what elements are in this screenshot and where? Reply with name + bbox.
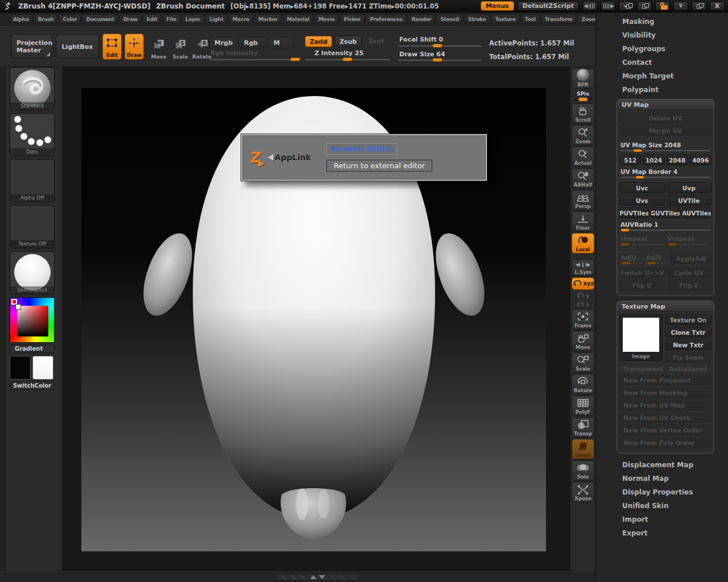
clone-txtr-button[interactable]: Clone Txtr (665, 327, 712, 338)
menu-stroke[interactable]: Stroke (464, 14, 490, 24)
uv-map-border-handle[interactable] (635, 176, 644, 179)
color-picker[interactable] (10, 297, 55, 343)
shelf-xyz-button[interactable]: xyz (572, 277, 594, 290)
tool-section-polygroups[interactable]: Polygroups (596, 42, 728, 56)
draw-mode-button[interactable]: Draw (125, 34, 144, 60)
z-intensity-slider[interactable] (305, 59, 390, 60)
new-from-poly-order-button[interactable]: New From Poly Order (619, 437, 712, 448)
menu-macro[interactable]: Macro (229, 14, 254, 24)
shelf-scroll-button[interactable]: Scroll (572, 103, 594, 124)
menu-color[interactable]: Color (59, 14, 81, 24)
menu-marker[interactable]: Marker (254, 14, 282, 24)
shelf-scroll-right-button[interactable]: ▶ (601, 1, 615, 11)
spix-handle[interactable] (578, 98, 588, 101)
menus-button[interactable]: Menus (481, 1, 514, 11)
uv-size-1024-button[interactable]: 1024 (643, 155, 664, 165)
left-tray-divider[interactable] (0, 67, 7, 571)
texture-on-button[interactable]: Texture On (665, 314, 712, 325)
tool-section-displacement-map[interactable]: Displacement Map (596, 458, 728, 472)
tool-section-display-properties[interactable]: Display Properties (596, 485, 728, 499)
texture-image-thumbnail[interactable]: Image (619, 314, 663, 361)
menu-edit[interactable]: Edit (143, 14, 162, 24)
shelf-move-button[interactable]: Move (572, 331, 594, 351)
menu-picker[interactable]: Picker (340, 14, 365, 24)
alpha-selector-button[interactable]: Alpha Off (10, 159, 55, 202)
puvtiles-button[interactable]: PUVTiles (619, 207, 649, 218)
shelf-frame-button[interactable]: Frame (572, 309, 594, 330)
shelf-zoom-button[interactable]: Zoom (572, 125, 594, 146)
flip-v-button[interactable]: Flip V (667, 280, 712, 290)
adju-handle[interactable] (622, 261, 631, 265)
material-selector-button[interactable]: SkinShade4 (10, 251, 55, 294)
shelf-rotate-button[interactable]: Rotate (572, 374, 594, 394)
tool-section-morph-target[interactable]: Morph Target (596, 69, 728, 83)
auvtiles-button[interactable]: AUVTiles (682, 207, 712, 218)
uvtile-button[interactable]: UVTile (667, 195, 712, 206)
adjv-slider[interactable]: AdjV (646, 254, 668, 264)
uv-map-border-slider[interactable]: UV Map Border 4 (621, 168, 710, 178)
flip-u-button[interactable]: Flip U (619, 280, 665, 290)
new-from-uv-map-button[interactable]: New From UV Map (619, 400, 712, 410)
uv-size-512-button[interactable]: 512 (619, 155, 641, 165)
draw-size-handle[interactable] (432, 58, 442, 62)
gradient-button[interactable]: Gradient (10, 344, 55, 353)
rgb-button[interactable]: Rgb (239, 37, 266, 48)
shelf-xpose-button[interactable]: Xpose (572, 482, 594, 502)
menu-draw[interactable]: Draw (119, 14, 142, 24)
bottom-tray-resize-handle[interactable] (277, 575, 358, 580)
z-intensity-handle[interactable] (342, 57, 353, 61)
menu-render[interactable]: Render (408, 14, 436, 24)
right-tray-toggle-button[interactable]: ▸ (637, 1, 652, 11)
draw-size-slider[interactable] (398, 60, 482, 61)
rgb-intensity-slider[interactable] (209, 59, 301, 60)
new-txtr-button[interactable]: New Txtr (665, 339, 712, 350)
uvc-button[interactable]: Uvc (619, 182, 665, 193)
current-brush-button[interactable]: Standard (10, 67, 55, 110)
left-tray-toggle-button[interactable]: ◂ (619, 1, 634, 11)
zadd-button[interactable]: Zadd (305, 36, 332, 47)
lock-button[interactable] (655, 1, 670, 11)
cycle-uv-button[interactable]: Cycle UV (667, 267, 712, 278)
new-from-vertex-order-button[interactable]: New From Vertex Order (619, 425, 712, 435)
hrepeat-slider[interactable]: Hrepeat (621, 235, 664, 245)
texture-map-panel-header[interactable]: Texture Map (617, 301, 714, 312)
menu-tool[interactable]: Tool (521, 14, 540, 24)
main-color-swatch[interactable] (10, 356, 31, 380)
switchcolor-button[interactable]: SwitchColor (10, 381, 55, 390)
morph-uv-button[interactable]: Morph UV (619, 125, 712, 136)
uv-map-size-handle[interactable] (633, 149, 642, 152)
menu-texture[interactable]: Texture (491, 14, 520, 24)
menu-file[interactable]: File (163, 14, 180, 24)
scale-mode-button[interactable]: S Scale (170, 35, 191, 60)
shelf-local-button[interactable]: Local (572, 233, 594, 253)
shelf-spix-slider[interactable]: SPix (572, 91, 594, 101)
shelf-ghost-button[interactable]: Ghost (572, 439, 594, 459)
menu-zoom[interactable]: Zoom (577, 14, 595, 24)
auvratio-slider[interactable]: AUVRatio 1 (621, 221, 710, 231)
shelf-rotate-y-button[interactable]: y (572, 291, 594, 300)
tool-section-unified-skin[interactable]: Unified Skin (596, 499, 728, 513)
uv-map-panel-header[interactable]: UV Map (617, 99, 714, 110)
menu-transform[interactable]: Transform (541, 14, 577, 24)
return-to-external-editor-button[interactable]: Return to external editor (326, 160, 432, 172)
hrepeat-handle[interactable] (621, 243, 630, 246)
shelf-scale-button[interactable]: Scale (572, 352, 594, 373)
menu-alpha[interactable]: Alpha (9, 14, 32, 24)
m-button[interactable]: M (268, 37, 293, 48)
shelf-bpr-button[interactable]: BPR (572, 68, 594, 89)
focal-shift-slider[interactable] (398, 45, 482, 47)
projection-master-button[interactable]: Projection Master (11, 35, 52, 59)
transparent-toggle[interactable]: Transparent (623, 365, 663, 372)
saturation-value-picker[interactable] (17, 306, 48, 336)
tool-section-normal-map[interactable]: Normal Map (596, 472, 728, 485)
antialiased-toggle[interactable]: Antialiased (669, 365, 706, 372)
auvratio-handle[interactable] (621, 228, 630, 232)
menu-light[interactable]: Light (205, 14, 227, 24)
shelf-rotate-z-button[interactable]: z (572, 300, 594, 309)
minimize-button[interactable] (673, 1, 688, 11)
guvtiles-button[interactable]: GUVTiles (651, 207, 680, 218)
new-from-masking-button[interactable]: New From Masking (619, 387, 712, 398)
secondary-color-swatch[interactable] (32, 356, 53, 380)
tool-section-masking[interactable]: Masking (596, 15, 728, 28)
shelf-actual-button[interactable]: Actual (572, 147, 594, 167)
